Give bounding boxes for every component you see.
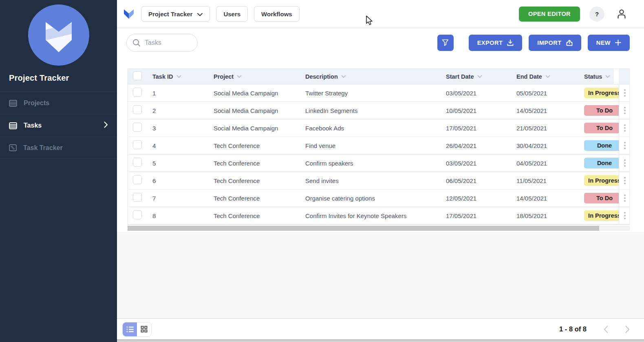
search-box[interactable] xyxy=(126,34,198,52)
status-cell[interactable]: Done xyxy=(579,154,619,172)
sidebar-item-tasks[interactable]: Tasks xyxy=(0,114,117,137)
row-menu-kebab-icon[interactable] xyxy=(622,123,627,133)
new-button[interactable]: NEW xyxy=(588,35,630,51)
row-checkbox[interactable] xyxy=(133,193,142,202)
end-date-cell[interactable]: 14/05/2021 xyxy=(513,195,579,202)
status-cell[interactable]: In Progress xyxy=(579,84,619,101)
description-cell[interactable]: Confirm speakers xyxy=(302,160,443,167)
users-nav-button[interactable]: Users xyxy=(216,6,248,22)
import-button[interactable]: IMPORT xyxy=(529,35,581,51)
task-id-cell[interactable]: 6 xyxy=(149,177,210,184)
row-checkbox[interactable] xyxy=(133,105,142,114)
start-date-cell[interactable]: 12/05/2021 xyxy=(443,195,513,202)
project-cell[interactable]: Social Media Campaign xyxy=(210,107,302,114)
end-date-cell[interactable]: 14/05/2021 xyxy=(513,107,579,114)
description-cell[interactable]: Organise catering options xyxy=(302,195,443,202)
filter-button[interactable] xyxy=(437,35,454,51)
project-cell[interactable]: Tech Conference xyxy=(210,177,302,184)
row-menu-kebab-icon[interactable] xyxy=(622,210,627,221)
task-id-cell[interactable]: 5 xyxy=(149,160,210,167)
task-id-cell[interactable]: 3 xyxy=(149,125,210,132)
description-cell[interactable]: Twitter Strategy xyxy=(302,90,443,97)
start-date-cell[interactable]: 10/05/2021 xyxy=(443,107,513,114)
previous-page-button[interactable] xyxy=(604,326,608,333)
row-checkbox[interactable] xyxy=(133,210,142,219)
task-id-cell[interactable]: 4 xyxy=(149,142,210,149)
search-input[interactable] xyxy=(145,39,185,46)
start-date-cell[interactable]: 17/05/2021 xyxy=(443,212,513,219)
row-menu-kebab-icon[interactable] xyxy=(622,175,627,186)
project-cell[interactable]: Tech Conference xyxy=(210,212,302,219)
column-header-description[interactable]: Description xyxy=(302,73,443,80)
scrollbar-thumb[interactable] xyxy=(128,226,599,231)
sidebar-item-projects[interactable]: Projects xyxy=(0,92,117,114)
status-cell[interactable]: To Do xyxy=(579,119,619,137)
workflows-nav-button[interactable]: Workflows xyxy=(254,6,300,22)
column-header-project[interactable]: Project xyxy=(210,73,302,80)
sidebar: Project Tracker Projects Tasks xyxy=(0,0,117,342)
list-view-button[interactable] xyxy=(123,322,137,336)
task-id-cell[interactable]: 1 xyxy=(149,90,210,97)
row-menu-kebab-icon[interactable] xyxy=(622,193,627,203)
export-button[interactable]: EXPORT xyxy=(469,35,523,51)
end-date-cell[interactable]: 11/05/2021 xyxy=(513,177,579,184)
status-cell[interactable]: To Do xyxy=(579,190,619,207)
description-cell[interactable]: Confirm Invites for Keynote Speakers xyxy=(302,212,443,219)
app-switcher-dropdown[interactable]: Project Tracker xyxy=(141,6,210,22)
sidebar-item-label: Task Tracker xyxy=(23,144,63,152)
row-menu-kebab-icon[interactable] xyxy=(622,140,627,151)
end-date-cell[interactable]: 18/05/2021 xyxy=(513,212,579,219)
column-header-status[interactable]: Status xyxy=(579,69,614,84)
sidebar-item-task-tracker[interactable]: Task Tracker xyxy=(0,137,117,159)
project-cell[interactable]: Tech Conference xyxy=(210,160,302,167)
row-menu-kebab-icon[interactable] xyxy=(622,105,627,116)
task-id-cell[interactable]: 7 xyxy=(149,195,210,202)
start-date-cell[interactable]: 26/04/2021 xyxy=(443,142,513,149)
column-header-task-id[interactable]: Task ID xyxy=(149,73,210,80)
next-page-button[interactable] xyxy=(625,326,630,333)
row-checkbox[interactable] xyxy=(133,140,142,149)
end-date-cell[interactable]: 05/05/2021 xyxy=(513,90,579,97)
row-checkbox[interactable] xyxy=(133,158,142,167)
row-checkbox[interactable] xyxy=(133,88,142,97)
row-menu-kebab-icon[interactable] xyxy=(622,158,627,168)
help-button[interactable]: ? xyxy=(589,7,604,22)
status-badge: To Do xyxy=(584,193,619,203)
select-all-checkbox[interactable] xyxy=(133,71,142,80)
main-area: Project Tracker Users Workflows OPEN EDI… xyxy=(117,0,644,342)
chevron-down-icon xyxy=(341,75,346,78)
start-date-cell[interactable]: 03/05/2021 xyxy=(443,160,513,167)
project-cell[interactable]: Social Media Campaign xyxy=(210,125,302,132)
project-cell[interactable]: Social Media Campaign xyxy=(210,90,302,97)
start-date-cell[interactable]: 03/05/2021 xyxy=(443,90,513,97)
task-id-cell[interactable]: 2 xyxy=(149,107,210,114)
user-account-button[interactable] xyxy=(615,8,628,20)
task-id-cell[interactable]: 8 xyxy=(149,212,210,219)
column-header-end-date[interactable]: End Date xyxy=(513,73,579,80)
open-editor-button[interactable]: OPEN EDITOR xyxy=(519,7,580,22)
horizontal-scrollbar[interactable] xyxy=(128,226,630,231)
filter-icon xyxy=(442,39,449,46)
description-cell[interactable]: Facebook Ads xyxy=(302,125,443,132)
start-date-cell[interactable]: 06/05/2021 xyxy=(443,177,513,184)
workflows-nav-label: Workflows xyxy=(261,11,292,18)
description-cell[interactable]: Find venue xyxy=(302,142,443,149)
status-cell[interactable]: Done xyxy=(579,137,619,154)
table-body: 1Social Media CampaignTwitter Strategy03… xyxy=(128,84,629,225)
description-cell[interactable]: LinkedIn Segments xyxy=(302,107,443,114)
end-date-cell[interactable]: 04/05/2021 xyxy=(513,160,579,167)
status-cell[interactable]: In Progress xyxy=(579,172,619,189)
project-cell[interactable]: Tech Conference xyxy=(210,142,302,149)
status-cell[interactable]: In Progress xyxy=(579,207,619,224)
end-date-cell[interactable]: 21/05/2021 xyxy=(513,125,579,132)
grid-view-button[interactable] xyxy=(137,322,151,336)
row-checkbox[interactable] xyxy=(133,123,142,132)
column-header-start-date[interactable]: Start Date xyxy=(443,73,513,80)
start-date-cell[interactable]: 17/05/2021 xyxy=(443,125,513,132)
status-cell[interactable]: To Do xyxy=(579,102,619,119)
row-menu-kebab-icon[interactable] xyxy=(622,88,627,98)
end-date-cell[interactable]: 30/04/2021 xyxy=(513,142,579,149)
description-cell[interactable]: Send invites xyxy=(302,177,443,184)
project-cell[interactable]: Tech Conference xyxy=(210,195,302,202)
row-checkbox[interactable] xyxy=(133,175,142,184)
